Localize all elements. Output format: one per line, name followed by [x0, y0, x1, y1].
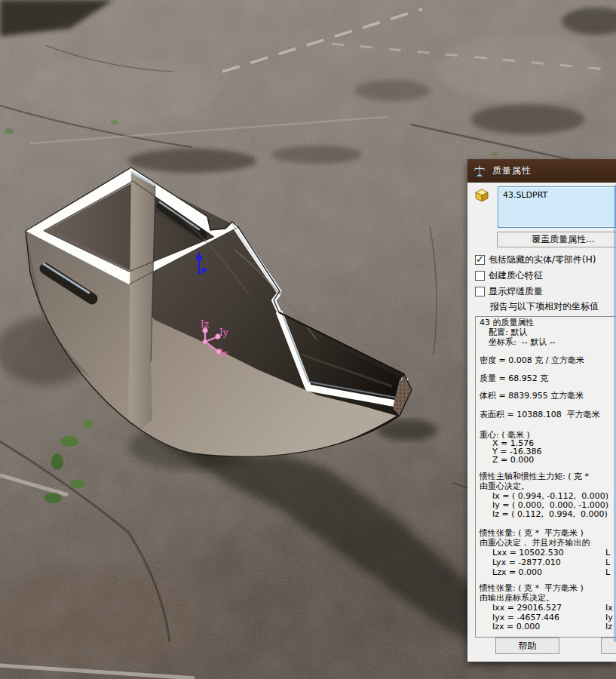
report-line: 坐标系: -- 默认 --	[489, 338, 556, 347]
report-line-col2-fragment: L	[605, 568, 610, 577]
file-list[interactable]: 43.SLDPRT	[498, 186, 616, 228]
report-line: 质量 = 68.952 克	[480, 374, 548, 383]
report-line-col2-fragment: Iz	[605, 622, 612, 631]
checkbox-row-0[interactable]: ✓包括隐藏的实体/零部件(H)	[475, 254, 596, 266]
checkbox-box[interactable]	[475, 287, 485, 296]
report-line: 惯性张量: ( 克 * 平方毫米 )	[480, 584, 584, 593]
report-line: Iz = ( 0.112, 0.994, 0.000)	[492, 510, 608, 519]
checkbox-label: 显示焊缝质量	[489, 285, 543, 298]
screenshot-stage: Iz Iy Ix 质量属性 43.SLDPRT 覆盖质量属性... ✓包括隐藏的…	[0, 0, 616, 679]
report-line: Z = 0.000	[492, 456, 534, 465]
checkbox-row-2[interactable]: 显示焊缝质量	[475, 286, 543, 297]
checkbox-row-1[interactable]: 创建质心特征	[475, 270, 543, 281]
report-line: 惯性主轴和惯性主力矩: ( 克 *	[480, 472, 589, 481]
checkbox-label: 创建质心特征	[489, 269, 543, 282]
report-line: 密度 = 0.008 克 / 立方毫米	[480, 356, 584, 365]
report-line: Ixx = 29016.527	[492, 604, 562, 613]
checkbox-box[interactable]	[475, 271, 485, 281]
report-line-col2-fragment: Ix	[605, 604, 613, 613]
report-line: 表面积 = 10388.108 平方毫米	[480, 410, 600, 419]
report-line: 配置: 默认	[489, 328, 527, 337]
coordinate-values-label: 报告与以下项相对的坐标值	[490, 300, 599, 313]
axis-label-ix: Ix	[219, 349, 228, 359]
report-line-col2-fragment: L	[605, 558, 610, 567]
checkbox-label: 包括隐藏的实体/零部件(H)	[489, 253, 596, 266]
report-text-area[interactable]: 43 的质量属性配置: 默认坐标系: -- 默认 --密度 = 0.008 克 …	[475, 316, 616, 638]
part-icon	[474, 188, 489, 203]
override-mass-properties-button[interactable]: 覆盖质量属性...	[497, 232, 616, 247]
report-line: Lzx = 0.000	[492, 568, 542, 577]
section-strip	[128, 172, 155, 430]
report-line: Lyx = -2877.010	[492, 558, 561, 567]
report-line: 由输出座标系决定。	[480, 594, 554, 603]
report-line-col2-fragment: L	[605, 548, 610, 558]
axis-label-iy: Iy	[219, 327, 228, 338]
report-line: 由重心决定。	[480, 482, 529, 491]
mass-properties-dialog: 质量属性 43.SLDPRT 覆盖质量属性... ✓包括隐藏的实体/零部件(H)…	[467, 159, 616, 662]
report-line: 43 的质量属性	[480, 318, 535, 327]
checkbox-box[interactable]: ✓	[475, 255, 485, 265]
axis-label-iz: Iz	[201, 319, 209, 330]
report-line: 体积 = 8839.955 立方毫米	[480, 392, 584, 401]
report-line: Izx = 0.000	[492, 622, 540, 631]
check-mark-icon: ✓	[476, 253, 484, 265]
help-button[interactable]: 帮助	[495, 638, 559, 654]
report-line: 惯性张量: ( 克 * 平方毫米 )	[480, 529, 584, 538]
report-line: 由重心决定， 并且对齐输出的	[480, 539, 590, 548]
dialog-titlebar[interactable]: 质量属性	[467, 159, 616, 183]
report-line: Lxx = 10502.530	[492, 548, 564, 558]
dialog-title: 质量属性	[492, 164, 532, 177]
mass-properties-icon	[473, 164, 486, 178]
file-list-item[interactable]: 43.SLDPRT	[503, 190, 547, 200]
